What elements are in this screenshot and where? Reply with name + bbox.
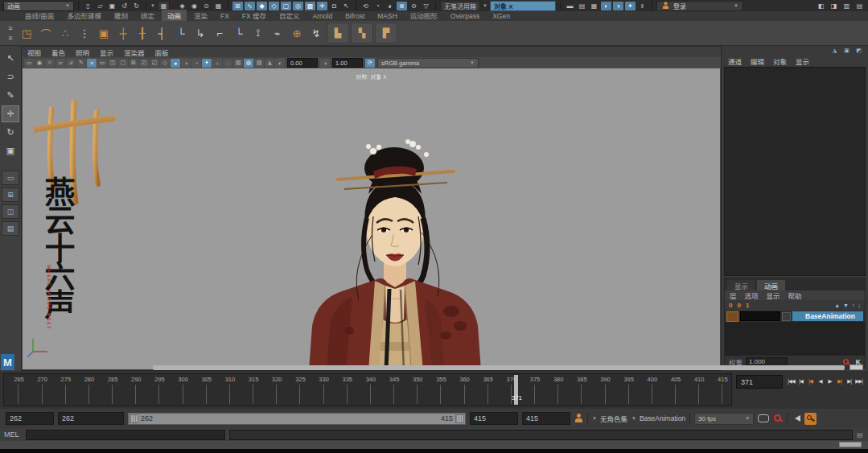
new-scene-icon[interactable]: ▯ [83,2,93,10]
step-forward-key-button[interactable]: ▶| [835,375,844,387]
select-camera-icon[interactable]: ▭ [24,59,34,68]
history-toggle-icon[interactable]: ▽ [421,2,431,10]
lock-selection-icon[interactable]: ◘ [329,2,339,10]
cb-menu-edit[interactable]: 编辑 [751,56,764,66]
shelf-tab[interactable]: MASH [372,11,403,21]
animation-end-field[interactable]: 415 [522,412,570,425]
resolution-gate-icon[interactable]: ◫ [108,59,117,68]
snap-projected-center-icon[interactable]: ◇ [269,2,279,10]
layout-persp-outliner-icon[interactable]: ▤ [2,221,19,236]
field-chart-icon[interactable]: ⊞ [129,59,138,68]
anim-layer-item[interactable]: BaseAnimation [792,311,863,321]
fps-dropdown[interactable]: 30 fps ▼ [694,413,754,425]
scale-tool-icon[interactable]: ▣ [2,142,19,159]
character-set-icon[interactable] [574,414,583,423]
shelf-hik-icon[interactable]: ↯ [307,23,325,43]
step-back-frame-button[interactable]: |◀ [796,375,805,387]
sidebar-channel-box-icon[interactable]: ▥ [841,2,852,10]
render-view-icon[interactable]: ▬ [565,2,575,10]
redo-icon[interactable]: ↻ [131,2,142,10]
go-to-end-button[interactable]: ▶▶| [854,375,863,387]
shelf-tab[interactable]: 绑定 [135,10,160,21]
layer-weight-slider[interactable] [740,311,780,321]
shelf-scale-constraint-icon[interactable]: └ [172,23,190,43]
time-slider[interactable]: 2652702752802852902953003053103153203253… [3,373,732,406]
character-set-dropdown[interactable]: ▼ 无角色集 [592,414,627,423]
range-slider-track[interactable]: 262 415 [128,413,466,425]
shelf-dope-sheet-icon[interactable]: ⋮ [76,23,93,43]
layer-weight-down-icon[interactable]: ↓ [858,303,862,308]
tab-anim-layers[interactable]: 动画 [757,280,785,290]
vp-menu-renderer[interactable]: 渲染器 [124,47,145,57]
vp-menu-view[interactable]: 视图 [27,47,41,57]
depth-of-field-icon[interactable]: ◍ [244,59,253,68]
snap-view-plane-icon[interactable]: ▢ [281,2,291,10]
shelf-tab[interactable]: 多边形建模 [61,10,107,21]
select-object-icon[interactable]: ◉ [189,2,200,10]
shelf-time-editor-icon[interactable]: ⊕ [288,23,306,43]
undo-icon[interactable]: ↺ [119,2,130,10]
tool-settings-toggle-icon[interactable]: ▣ [842,47,851,55]
shelf-joint-icon[interactable]: └ [230,23,248,43]
layout-two-pane-icon[interactable]: ◫ [2,204,19,219]
auto-keyframe-toggle-icon[interactable] [804,413,817,425]
select-tool-icon[interactable]: ↖ [2,50,19,67]
shelf-tab[interactable]: 动画 [162,10,187,21]
channel-box[interactable] [724,67,866,276]
playback-start-field[interactable]: 262 [58,412,124,425]
cb-menu-object[interactable]: 对象 [773,56,787,66]
exposure-icon[interactable]: ◐ [275,59,285,68]
selection-mask-icon[interactable]: ▦ [213,2,224,10]
move-tool-icon[interactable]: ✛ [2,105,19,122]
paint-select-tool-icon[interactable]: ✎ [2,87,19,104]
shadows-icon[interactable]: ✦ [202,59,212,68]
screen-space-ao-icon[interactable]: ♁ [212,59,222,68]
safe-action-icon[interactable]: ◰ [139,59,149,68]
snap-grid-icon[interactable]: ⊞ [232,2,243,10]
shelf-mocap-icon-2[interactable]: ▚ [351,23,373,43]
layer-move-up-icon[interactable]: ▲ [834,303,840,308]
camera-attributes-icon[interactable]: ◉ [35,59,44,68]
select-component-icon[interactable]: ⊙ [201,2,212,10]
render-current-frame-icon[interactable]: ▤ [577,2,587,10]
animation-start-field[interactable]: 262 [6,412,54,425]
lasso-tool-icon[interactable]: ⊃ [2,68,19,85]
command-input[interactable] [26,430,225,440]
shelf-graph-editor-icon[interactable]: ⌁ [269,23,286,43]
shelf-tab[interactable]: FX 缓存 [237,10,272,21]
isolate-select-icon[interactable]: ▨ [254,59,264,68]
shelf-orient-constraint-icon[interactable]: ╂ [134,23,151,43]
channel-box-toggle-icon[interactable]: ◩ [854,47,863,55]
multisample-icon[interactable]: ▧ [233,59,243,68]
motion-blur-icon[interactable]: ◌ [223,59,232,68]
layer-counter[interactable]: 1 [746,302,749,309]
construction-history-icon[interactable]: ⟲ [360,2,371,10]
attribute-editor-toggle-icon[interactable]: ◮ [830,47,839,55]
highlight-selection-icon[interactable]: ↖ [341,2,352,10]
wireframe-icon[interactable]: ◇ [160,59,170,68]
vp-menu-panels[interactable]: 面板 [155,47,169,57]
le-menu-show[interactable]: 显示 [767,290,780,300]
shelf-tab[interactable]: FX [215,11,235,21]
shelf-mocap-icon-3[interactable]: ▛ [375,23,397,43]
hypershade-icon[interactable]: ◑ [613,2,623,10]
image-plane-icon[interactable]: ▱ [56,59,65,68]
shelf-tab[interactable]: XGen [487,11,516,21]
shelf-ik-handle-icon[interactable]: ⌐ [211,23,228,43]
gamma-icon[interactable]: ◑ [320,59,330,68]
grid-icon[interactable]: ≡ [87,59,97,68]
anim-layer-dropdown[interactable]: ▼ BaseAnimation [631,414,685,422]
safe-title-icon[interactable]: ◱ [150,59,159,68]
tab-display-layers[interactable]: 显示 [727,280,755,290]
smooth-shade-icon[interactable]: ● [171,59,180,68]
login-dropdown[interactable]: 登录 ▼ [656,1,743,11]
render-settings-icon[interactable]: ◐ [601,2,611,10]
rotate-tool-icon[interactable]: ↻ [2,124,19,141]
gamma-field[interactable]: 1.00 [332,58,363,68]
snap-surface-icon[interactable]: ▩ [305,2,315,10]
shelf-ghosting-icon[interactable]: ∴ [56,23,74,43]
command-language-toggle[interactable]: MEL [4,430,22,439]
le-menu-layers[interactable]: 层 [730,290,737,300]
light-editor-icon[interactable]: ✦ [625,2,636,10]
shelf-tab[interactable]: 渲染 [188,10,213,21]
